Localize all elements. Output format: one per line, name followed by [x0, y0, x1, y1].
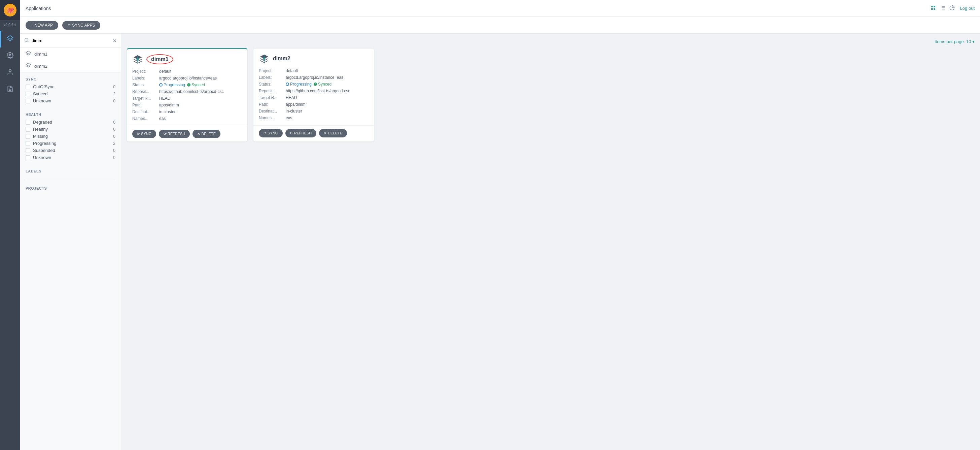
filter-progressing-checkbox[interactable] [25, 141, 30, 146]
app-card-name-dimm2: dimm2 [273, 56, 290, 62]
app-card-dimm2-header: dimm2 [253, 48, 374, 67]
filter-suspended[interactable]: Suspended 0 [25, 147, 115, 154]
app-card-footer-dimm1: ⟳ SYNC ⟳ REFRESH ✕ DELETE [127, 126, 247, 142]
app-card-row-repo-dimm2: Reposit... https://github.com/lsst-ts/ar… [259, 88, 369, 94]
filter-degraded-count: 0 [110, 120, 115, 124]
sidebar-divider [25, 180, 115, 180]
sidebar-item-applications[interactable] [0, 31, 20, 48]
target-label-d2: Target R... [259, 95, 286, 100]
app-card-row-status-dimm1: Status: Progressing ✓ Synced [132, 81, 242, 88]
filter-synced[interactable]: Synced 2 [25, 90, 115, 97]
filter-outofsync[interactable]: OutOfSync 0 [25, 83, 115, 90]
labels-label: Labels: [132, 76, 159, 80]
status-badges-dimm1: Progressing ✓ Synced [159, 83, 205, 87]
svg-marker-18 [26, 63, 30, 66]
filter-missing-checkbox[interactable] [25, 134, 30, 139]
svg-point-2 [9, 69, 11, 72]
svg-line-16 [28, 41, 29, 42]
filter-healthy[interactable]: Healthy 0 [25, 126, 115, 133]
sync-button-dimm2[interactable]: ⟳ SYNC [259, 129, 283, 137]
sidebar-app-item-dimm1[interactable]: dimm1 [20, 48, 121, 60]
filter-healthy-count: 0 [110, 127, 115, 132]
new-app-button[interactable]: + NEW APP [25, 21, 58, 30]
target-value-dimm1: HEAD [159, 96, 242, 101]
labels-filter-title: LABELS [25, 169, 115, 173]
ns-label-d2: Names... [259, 115, 286, 120]
app-card-row-dest-dimm2: Destinat... in-cluster [259, 108, 369, 115]
filter-suspended-label: Suspended [33, 148, 107, 153]
svg-rect-8 [934, 8, 935, 10]
cards-grid: dimm1 Project: default Labels: argocd.ar… [127, 48, 975, 142]
progressing-dot-d2 [286, 83, 289, 86]
left-navigation: 🐙 v2.0.4+( [0, 0, 20, 450]
app-card-row-ns-dimm1: Names... eas [132, 115, 242, 122]
status-synced-dimm1: ✓ Synced [187, 83, 205, 87]
filter-outofsync-checkbox[interactable] [25, 85, 30, 89]
sync-button-dimm1[interactable]: ⟳ SYNC [132, 130, 156, 138]
filter-degraded-checkbox[interactable] [25, 120, 30, 124]
filter-suspended-checkbox[interactable] [25, 148, 30, 153]
top-bar-right: Log out [929, 4, 975, 13]
repo-value-dimm1: https://github.com/lsst-ts/argocd-csc [159, 89, 242, 94]
project-label-d2: Project: [259, 69, 286, 73]
progressing-text-d2: Progressing [290, 82, 312, 86]
search-clear-button[interactable]: ✕ [113, 38, 117, 43]
svg-rect-6 [934, 6, 935, 7]
filter-synced-checkbox[interactable] [25, 92, 30, 96]
filter-missing[interactable]: Missing 0 [25, 133, 115, 140]
logout-button[interactable]: Log out [960, 6, 975, 11]
svg-rect-5 [931, 6, 933, 7]
delete-button-dimm2[interactable]: ✕ DELETE [319, 129, 347, 137]
app-version: v2.0.4+( [3, 22, 17, 28]
filter-progressing-label: Progressing [33, 141, 107, 146]
user-icon [7, 69, 13, 77]
filter-sync-unknown-checkbox[interactable] [25, 99, 30, 104]
content-area: ✕ dimm1 [20, 34, 980, 450]
synced-dot: ✓ [187, 83, 191, 86]
app-card-row-target-dimm1: Target R... HEAD [132, 95, 242, 102]
sidebar-item-settings[interactable] [0, 48, 20, 64]
sidebar-app-item-dimm2[interactable]: dimm2 [20, 60, 121, 72]
page-title: Applications [25, 6, 51, 11]
target-label: Target R... [132, 96, 159, 101]
app-card-row-project-dimm1: Project: default [132, 68, 242, 75]
list-view-icon[interactable] [939, 4, 947, 13]
git-icon-dimm2 [259, 53, 270, 64]
delete-button-dimm1[interactable]: ✕ DELETE [192, 130, 220, 138]
chart-view-icon[interactable] [948, 4, 956, 13]
sync-apps-button[interactable]: ⟳ SYNC APPS [62, 21, 100, 30]
app-card-footer-dimm2: ⟳ SYNC ⟳ REFRESH ✕ DELETE [253, 125, 374, 141]
search-input[interactable] [32, 38, 110, 43]
refresh-button-dimm2[interactable]: ⟳ REFRESH [285, 129, 317, 137]
filter-sync-unknown[interactable]: Unknown 0 [25, 97, 115, 104]
filter-suspended-count: 0 [110, 148, 115, 153]
sidebar-app-list: dimm1 dimm2 [20, 48, 121, 72]
items-per-page[interactable]: Items per page: 10 ▾ [127, 39, 975, 44]
svg-rect-7 [931, 8, 933, 10]
search-container: ✕ [20, 34, 121, 48]
filter-healthy-checkbox[interactable] [25, 127, 30, 132]
filter-progressing[interactable]: Progressing 2 [25, 140, 115, 147]
app-card-row-path-dimm1: Path: apps/dimm [132, 102, 242, 109]
filter-missing-label: Missing [33, 134, 107, 139]
svg-marker-0 [7, 35, 13, 39]
synced-text-d2: Synced [318, 82, 331, 86]
grid-view-icon[interactable] [929, 4, 937, 13]
sidebar-item-docs[interactable] [0, 81, 20, 98]
filter-health-unknown-checkbox[interactable] [25, 155, 30, 160]
filter-sync-unknown-label: Unknown [33, 98, 107, 104]
path-value-dimm1: apps/dimm [159, 103, 242, 107]
refresh-button-dimm1[interactable]: ⟳ REFRESH [159, 130, 190, 138]
app-card-dimm1-header: dimm1 [127, 49, 247, 68]
octopus-icon: 🐙 [4, 4, 16, 16]
progressing-dot [159, 83, 162, 86]
filter-outofsync-label: OutOfSync [33, 84, 107, 89]
sidebar-item-user[interactable] [0, 64, 20, 81]
filter-health-unknown[interactable]: Unknown 0 [25, 154, 115, 161]
project-label: Project: [132, 69, 159, 74]
repo-label-d2: Reposit... [259, 89, 286, 93]
filter-degraded[interactable]: Degraded 0 [25, 118, 115, 126]
labels-label-d2: Labels: [259, 75, 286, 80]
app-card-dimm1: dimm1 Project: default Labels: argocd.ar… [127, 48, 248, 142]
ns-value-dimm2: eas [286, 115, 369, 120]
